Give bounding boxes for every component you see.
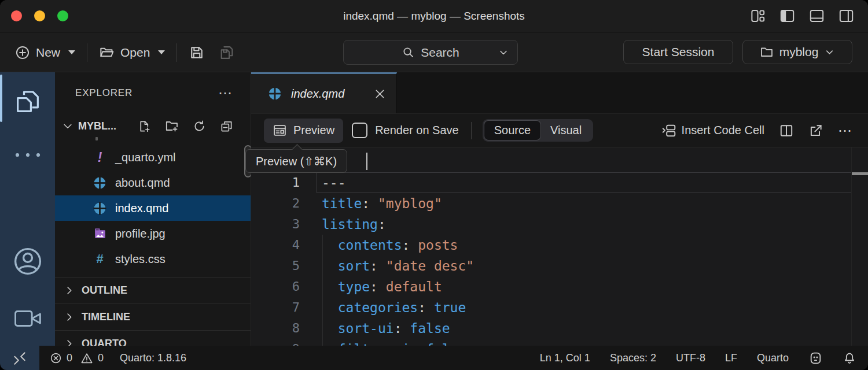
tab-index-qmd[interactable]: index.qmd <box>251 72 397 113</box>
render-on-save-checkbox[interactable] <box>352 123 367 138</box>
toggle-bottom-panel-icon[interactable] <box>809 8 825 24</box>
toolbar-divider <box>176 43 177 62</box>
chevron-down-icon[interactable] <box>498 47 509 58</box>
project-button[interactable]: myblog <box>742 40 852 64</box>
collapse-all-icon[interactable] <box>220 120 233 133</box>
start-session-button[interactable]: Start Session <box>623 40 733 64</box>
encoding-status[interactable]: UTF-8 <box>676 352 705 364</box>
account-icon[interactable] <box>0 246 55 277</box>
warning-icon <box>80 352 93 365</box>
toggle-left-sidebar-icon[interactable] <box>779 8 795 24</box>
save-all-icon[interactable] <box>219 45 235 61</box>
code-line[interactable]: 9 filter-ui: false <box>251 339 868 346</box>
workspace-section-header[interactable]: MYBL... <box>55 115 251 137</box>
dropdown-caret-icon <box>68 50 75 54</box>
editor-more-actions-icon[interactable]: ⋯ <box>838 128 853 134</box>
minimize-window-button[interactable] <box>34 10 45 21</box>
sidebar-section-timeline[interactable]: TIMELINE <box>55 304 251 330</box>
toolbar-divider <box>471 122 472 139</box>
new-button[interactable]: New <box>15 45 75 60</box>
split-editor-icon[interactable] <box>779 123 794 138</box>
dropdown-caret-icon <box>158 50 165 54</box>
save-icon[interactable] <box>189 45 205 61</box>
feedback-icon[interactable] <box>808 351 823 365</box>
project-label: myblog <box>779 45 819 59</box>
panel-toggle-button[interactable] <box>0 346 39 370</box>
eol-status[interactable]: LF <box>725 352 737 364</box>
chevron-right-icon <box>64 285 75 296</box>
line-number: 6 <box>251 276 300 297</box>
line-content: title: "myblog" <box>322 193 442 214</box>
file-row[interactable]: #styles.css <box>55 246 251 272</box>
folder-open-icon <box>99 45 115 60</box>
customize-layout-icon[interactable] <box>750 8 766 24</box>
line-number: 3 <box>251 214 300 235</box>
new-file-icon[interactable] <box>138 120 151 133</box>
more-views-icon[interactable] <box>0 150 55 160</box>
code-line[interactable]: 5 sort: "date desc" <box>251 256 868 276</box>
editor-group: index.qmd Preview Render on Save <box>251 72 868 346</box>
main-area: EXPLORER ⋯ MYBL... <box>0 72 868 346</box>
code-line[interactable]: 7 categories: true <box>251 297 868 318</box>
error-count: 0 <box>67 352 72 364</box>
search-input[interactable]: Search <box>343 40 518 65</box>
file-row[interactable]: about.qmd <box>55 170 251 195</box>
clipped-row-fragment <box>95 137 98 140</box>
section-label: TIMELINE <box>82 311 130 323</box>
explorer-more-actions-icon[interactable]: ⋯ <box>218 85 233 101</box>
new-folder-icon[interactable] <box>165 119 179 133</box>
quarto-version-status[interactable]: Quarto: 1.8.16 <box>120 352 186 364</box>
indentation-status[interactable]: Spaces: 2 <box>610 352 656 364</box>
code-line[interactable]: 1--- <box>251 172 868 193</box>
file-row[interactable]: profile.jpg <box>55 221 251 246</box>
visual-mode-button[interactable]: Visual <box>540 121 591 140</box>
toggle-right-sidebar-icon[interactable] <box>838 8 854 24</box>
titlebar: index.qmd — myblog — Screenshots <box>0 0 868 33</box>
line-content: filter-ui: false <box>322 339 466 346</box>
language-mode-status[interactable]: Quarto <box>757 352 789 364</box>
file-row[interactable]: index.qmd <box>55 195 251 221</box>
explorer-sidebar: EXPLORER ⋯ MYBL... <box>55 72 251 346</box>
file-name: profile.jpg <box>115 227 165 240</box>
zoom-window-button[interactable] <box>57 10 68 21</box>
code-line[interactable]: 2title: "myblog" <box>251 193 868 214</box>
insert-code-cell-button[interactable]: Insert Code Cell <box>661 123 764 138</box>
overview-ruler-cursor-mark <box>852 172 868 175</box>
notifications-bell-icon[interactable] <box>843 352 856 365</box>
quarto-icon <box>92 201 108 216</box>
line-number: 8 <box>251 318 300 339</box>
cursor-position-status[interactable]: Ln 1, Col 1 <box>540 352 590 364</box>
sidebar-section-quarto[interactable]: QUARTO <box>55 330 251 346</box>
warning-count: 0 <box>98 352 104 364</box>
editor-toolbar: Preview Render on Save Source Visual Ins… <box>251 114 868 147</box>
sidebar-sections: OUTLINETIMELINEQUARTO <box>55 277 251 346</box>
code-line[interactable]: 4 contents: posts <box>251 235 868 256</box>
file-list: !_quarto.ymlabout.qmdindex.qmdprofile.jp… <box>55 145 251 272</box>
line-number: 5 <box>251 256 300 276</box>
sidebar-section-outline[interactable]: OUTLINE <box>55 277 251 304</box>
code-line[interactable]: 3listing: <box>251 214 868 235</box>
close-tab-icon[interactable] <box>374 88 386 100</box>
code-editor[interactable]: 1---2title: "myblog"3listing:4 contents:… <box>251 147 868 346</box>
code-line[interactable]: 6 type: default <box>251 276 868 297</box>
search-placeholder: Search <box>421 46 459 60</box>
refresh-icon[interactable] <box>193 120 206 133</box>
insert-code-cell-label: Insert Code Cell <box>682 124 764 137</box>
file-row[interactable]: !_quarto.yml <box>55 145 251 170</box>
plus-circle-icon <box>15 45 30 60</box>
activity-bar <box>0 72 55 346</box>
open-button[interactable]: Open <box>99 45 165 60</box>
explorer-view-icon[interactable] <box>0 86 55 116</box>
video-icon[interactable] <box>0 307 55 330</box>
status-bar: 0 0 Quarto: 1.8.16 Ln 1, Col 1 Spaces: 2… <box>0 346 868 370</box>
close-window-button[interactable] <box>11 10 22 21</box>
source-mode-button[interactable]: Source <box>484 121 540 140</box>
open-external-icon[interactable] <box>808 123 823 138</box>
preview-button[interactable]: Preview <box>264 119 343 143</box>
image-icon <box>92 227 108 241</box>
line-number: 4 <box>251 235 300 256</box>
code-line[interactable]: 8 sort-ui: false <box>251 318 868 339</box>
line-number: 7 <box>251 297 300 318</box>
problems-status[interactable]: 0 0 <box>50 352 104 365</box>
section-label: OUTLINE <box>82 284 127 297</box>
